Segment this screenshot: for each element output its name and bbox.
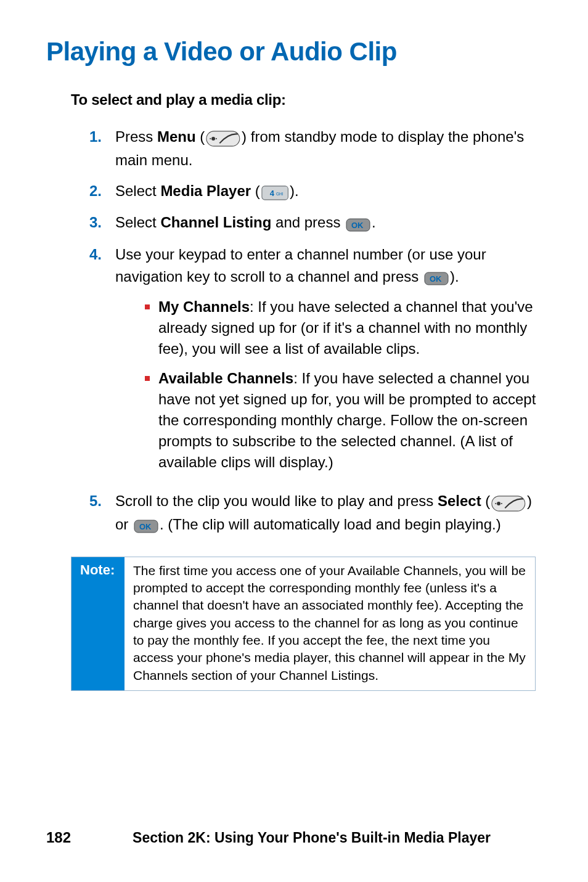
media-player-label: Media Player (160, 182, 251, 199)
text: ( (481, 492, 491, 509)
step-body: Use your keypad to enter a channel numbe… (115, 243, 542, 481)
step-4: 4. Use your keypad to enter a channel nu… (89, 243, 542, 481)
select-label: Select (438, 492, 481, 509)
note-label: Note: (71, 557, 125, 690)
svg-point-14 (501, 503, 502, 504)
svg-text:4: 4 (270, 189, 275, 198)
step-number: 4. (89, 243, 115, 481)
step-number: 1. (89, 126, 115, 171)
ok-button-icon: OK (424, 267, 449, 289)
svg-rect-4 (262, 186, 288, 200)
channel-listing-label: Channel Listing (160, 214, 271, 231)
steps-list: 1. Press Menu () from standby mode to di… (89, 126, 542, 537)
note-box: Note: The first time you access one of y… (71, 557, 536, 691)
ok-button-icon: OK (346, 213, 370, 235)
text: Select (115, 182, 160, 199)
ok-button-icon: OK (134, 515, 158, 537)
page-footer: 182 Section 2K: Using Your Phone's Built… (46, 829, 542, 846)
bullet-available-channels: Available Channels: If you have selected… (145, 368, 542, 473)
step-5: 5. Scroll to the clip you would like to … (89, 490, 542, 536)
text: Scroll to the clip you would like to pla… (115, 492, 438, 509)
phone-softkey-icon (206, 127, 240, 149)
svg-point-3 (216, 138, 217, 139)
svg-point-12 (497, 502, 500, 505)
step-body: Scroll to the clip you would like to pla… (115, 490, 542, 536)
svg-text:OK: OK (139, 522, 152, 531)
step-1: 1. Press Menu () from standby mode to di… (89, 126, 542, 171)
svg-text:GHI: GHI (276, 192, 284, 196)
section-subtitle: To select and play a media clip: (71, 91, 542, 108)
page-number: 182 (46, 829, 71, 846)
svg-point-2 (210, 138, 211, 139)
step-2: 2. Select Media Player (4GHI). (89, 180, 542, 203)
step-body: Select Media Player (4GHI). (115, 180, 542, 203)
note-body: The first time you access one of your Av… (125, 557, 535, 690)
step-number: 5. (89, 490, 115, 536)
step-number: 2. (89, 180, 115, 203)
svg-point-13 (496, 503, 497, 504)
text: and press (271, 214, 345, 231)
svg-text:OK: OK (351, 221, 364, 230)
bullet-my-channels: My Channels: If you have selected a chan… (145, 296, 542, 359)
phone-softkey-icon (491, 491, 526, 513)
available-channels-label: Available Channels (158, 370, 293, 386)
page-title: Playing a Video or Audio Clip (46, 37, 542, 67)
text: . (The clip will automatically load and … (160, 516, 501, 533)
footer-section-title: Section 2K: Using Your Phone's Built-in … (133, 830, 491, 846)
text: ( (196, 128, 205, 145)
text: ( (251, 182, 260, 199)
sub-bullet-list: My Channels: If you have selected a chan… (145, 296, 542, 473)
text: ). (290, 182, 299, 199)
keypad-4-icon: 4GHI (261, 181, 288, 203)
step-body: Select Channel Listing and press OK. (115, 211, 542, 235)
svg-text:OK: OK (430, 274, 442, 284)
text: Select (115, 214, 160, 231)
svg-point-1 (211, 137, 215, 141)
step-body: Press Menu () from standby mode to displ… (115, 126, 542, 171)
step-3: 3. Select Channel Listing and press OK. (89, 211, 542, 235)
text: ). (450, 268, 459, 285)
step-number: 3. (89, 211, 115, 235)
my-channels-label: My Channels (158, 298, 250, 315)
text: . (372, 214, 376, 231)
menu-label: Menu (157, 128, 196, 145)
text: Press (115, 128, 157, 145)
